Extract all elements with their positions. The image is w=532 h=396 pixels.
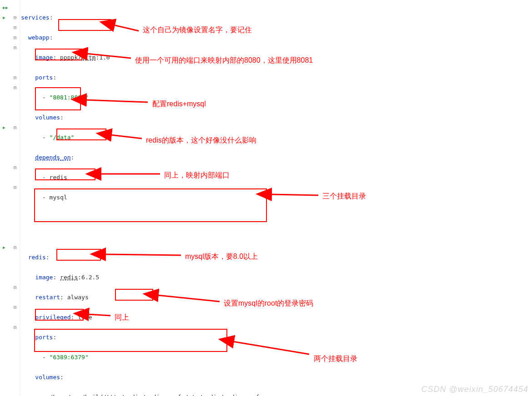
annotation: 同上，映射内部端口 — [164, 170, 230, 180]
key-image: image — [35, 274, 53, 281]
highlight-box — [35, 309, 84, 321]
annotation: 这个自己为镜像设置名字，要记住 — [143, 25, 252, 35]
run-icon[interactable]: ▶▶ — [3, 3, 8, 13]
run-icon[interactable]: ▶ — [3, 123, 5, 133]
annotation: 使用一个可用的端口来映射内部的8080，这里使用8081 — [135, 55, 313, 65]
highlight-box — [34, 188, 267, 222]
key-redis: redis — [28, 254, 46, 261]
run-icon[interactable]: ▶ — [3, 243, 5, 252]
redis-image: redis — [60, 274, 78, 281]
annotation: 设置mysql的root的登录密码 — [224, 298, 313, 308]
highlight-box — [115, 289, 153, 301]
annotation: 三个挂载目录 — [322, 191, 366, 201]
annotation: redis的版本，这个好像没什么影响 — [146, 135, 256, 145]
key-services: services — [21, 14, 50, 21]
key-restart: restart — [35, 294, 60, 301]
image-tag: :1.0 — [95, 54, 110, 61]
highlight-box — [35, 49, 82, 60]
run-icon[interactable]: ▶ — [3, 13, 5, 23]
annotation: mysql版本，要8.0以上 — [185, 252, 258, 262]
highlight-box — [35, 87, 81, 110]
watermark: CSDN @weixin_50674454 — [422, 384, 528, 394]
highlight-box — [58, 19, 111, 31]
highlight-box — [34, 329, 227, 352]
key-volumes: volumes — [35, 374, 60, 381]
annotation: 两个挂载目录 — [314, 354, 357, 364]
key-depends-on: depends_on — [35, 154, 70, 161]
redis-port: "6389:6379" — [50, 354, 89, 361]
highlight-box — [35, 168, 95, 180]
key-webapp: webapp — [28, 34, 50, 41]
annotation: 同上 — [115, 312, 129, 322]
annotation: 配置redis+mysql — [152, 99, 206, 109]
highlight-box — [56, 129, 106, 140]
key-ports: ports — [35, 74, 53, 81]
highlight-box — [56, 249, 101, 261]
redis-vol-1: - /home/pan/build/tttm/redis/redis.conf:… — [42, 394, 259, 396]
key-volumes: volumes — [35, 114, 60, 121]
